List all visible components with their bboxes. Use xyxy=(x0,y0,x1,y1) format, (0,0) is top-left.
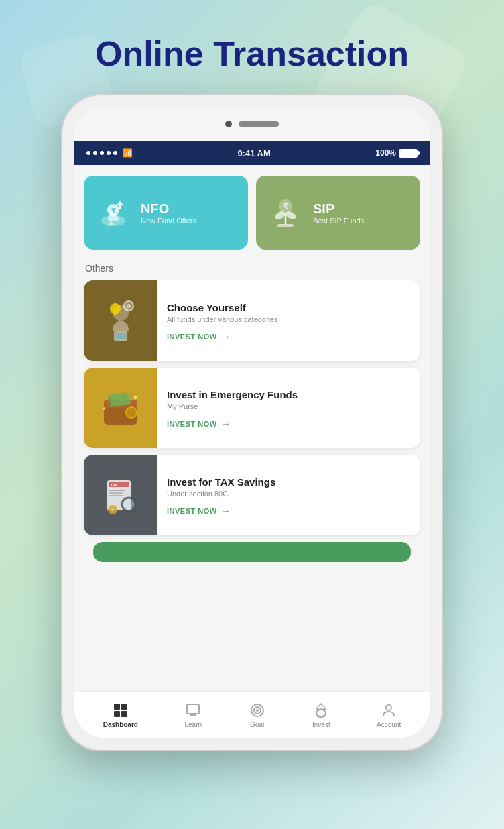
invest-icon xyxy=(312,702,330,719)
nav-item-account[interactable]: Account xyxy=(367,698,410,732)
svg-rect-20 xyxy=(110,392,131,406)
svg-rect-16 xyxy=(115,333,126,339)
arrow-icon: → xyxy=(221,419,231,429)
status-bar: 📶 9:41 AM 100% xyxy=(74,141,430,165)
choose-yourself-image xyxy=(84,280,158,361)
tax-savings-title: Invest for TAX Savings xyxy=(167,476,411,488)
svg-text:✦: ✦ xyxy=(102,406,107,412)
signal-dot xyxy=(86,151,90,155)
speaker xyxy=(239,121,279,127)
signal-dot xyxy=(93,151,97,155)
dashboard-label: Dashboard xyxy=(103,721,138,728)
svg-point-46 xyxy=(386,705,391,710)
arrow-icon: → xyxy=(221,506,231,516)
svg-rect-36 xyxy=(121,704,127,710)
nfo-subtitle: New Fund Offers xyxy=(141,217,196,225)
list-cards-section: Choose Yourself All funds under various … xyxy=(74,280,430,569)
learn-label: Learn xyxy=(185,721,202,728)
tax-savings-image: TAX RETURN ₹ xyxy=(84,455,158,535)
front-camera xyxy=(225,121,232,127)
emergency-funds-title: Invest in Emergency Funds xyxy=(167,389,411,400)
tax-savings-invest-btn[interactable]: INVEST NOW → xyxy=(167,506,411,516)
learn-icon xyxy=(184,702,202,719)
nav-item-dashboard[interactable]: Dashboard xyxy=(94,698,147,732)
nfo-title: NFO xyxy=(141,201,196,217)
choose-yourself-body: Choose Yourself All funds under various … xyxy=(158,280,420,361)
bottom-nav: Dashboard Learn xyxy=(74,691,430,738)
svg-point-44 xyxy=(256,709,259,712)
top-cards-section: ₹ NFO New Fund Offers xyxy=(74,165,430,260)
tax-savings-body: Invest for TAX Savings Under section 80C… xyxy=(158,455,420,535)
dashboard-icon xyxy=(112,702,129,719)
phone-frame: 📶 9:41 AM 100% xyxy=(61,94,443,751)
account-icon xyxy=(380,702,397,719)
wifi-icon: 📶 xyxy=(123,148,133,158)
sip-title: SIP xyxy=(313,201,364,217)
list-item[interactable]: ✦ ✦ Invest in Emergency Funds My Purse I… xyxy=(84,368,420,448)
svg-rect-35 xyxy=(114,704,120,710)
list-item[interactable]: Choose Yourself All funds under various … xyxy=(84,280,420,361)
choose-yourself-invest-btn[interactable]: INVEST NOW → xyxy=(167,331,411,342)
svg-text:✦: ✦ xyxy=(133,394,138,401)
partial-card xyxy=(93,542,411,562)
svg-rect-30 xyxy=(109,495,124,496)
battery-bar xyxy=(399,149,418,158)
svg-text:₹: ₹ xyxy=(284,203,288,210)
nfo-icon: ₹ xyxy=(94,195,131,231)
emergency-funds-invest-btn[interactable]: INVEST NOW → xyxy=(167,419,411,429)
status-time: 9:41 AM xyxy=(237,148,270,158)
svg-point-14 xyxy=(127,304,131,308)
signal-dot xyxy=(100,151,104,155)
svg-rect-28 xyxy=(109,490,125,491)
phone-inner: 📶 9:41 AM 100% xyxy=(74,107,430,738)
emergency-funds-body: Invest in Emergency Funds My Purse INVES… xyxy=(158,368,420,448)
account-label: Account xyxy=(377,721,401,728)
sip-subtitle: Best SIP Funds xyxy=(313,217,364,225)
choose-yourself-title: Choose Yourself xyxy=(167,302,411,313)
svg-rect-9 xyxy=(277,224,294,227)
signal-dot xyxy=(113,151,117,155)
choose-yourself-subtitle: All funds under various categories xyxy=(167,315,411,323)
app-content: ₹ NFO New Fund Offers xyxy=(74,165,430,691)
goal-label: Goal xyxy=(250,721,264,728)
sip-icon: ₹ xyxy=(267,195,304,231)
goal-icon xyxy=(249,702,266,719)
svg-rect-37 xyxy=(114,711,120,717)
emergency-funds-subtitle: My Purse xyxy=(167,402,411,410)
invest-label: Invest xyxy=(312,721,330,728)
phone-top-bar xyxy=(74,107,430,141)
others-label: Others xyxy=(74,260,430,280)
svg-text:TAX: TAX xyxy=(111,483,117,487)
svg-point-23 xyxy=(126,407,137,418)
svg-text:₹: ₹ xyxy=(111,207,116,215)
sip-card-text: SIP Best SIP Funds xyxy=(313,201,364,225)
nav-item-goal[interactable]: Goal xyxy=(239,698,275,732)
nfo-card-text: NFO New Fund Offers xyxy=(141,201,196,225)
svg-line-32 xyxy=(133,509,137,513)
signal-dot xyxy=(107,151,111,155)
list-item[interactable]: TAX RETURN ₹ xyxy=(84,455,420,535)
nav-item-learn[interactable]: Learn xyxy=(175,698,211,732)
svg-point-11 xyxy=(110,303,121,314)
battery-fill xyxy=(400,150,416,156)
svg-rect-12 xyxy=(114,313,117,315)
svg-rect-39 xyxy=(187,704,199,714)
nav-item-invest[interactable]: Invest xyxy=(303,698,340,732)
arrow-icon: → xyxy=(221,331,231,342)
page-title: Online Transaction xyxy=(95,34,409,74)
svg-rect-29 xyxy=(109,492,123,494)
nfo-card[interactable]: ₹ NFO New Fund Offers xyxy=(84,176,248,250)
signal-area: 📶 xyxy=(86,148,133,158)
sip-card[interactable]: ₹ SIP Best SIP Funds xyxy=(256,176,420,250)
status-battery: 100% xyxy=(375,148,418,158)
svg-rect-38 xyxy=(121,711,127,717)
tax-savings-subtitle: Under section 80C xyxy=(167,490,411,498)
emergency-funds-image: ✦ ✦ xyxy=(84,368,158,448)
